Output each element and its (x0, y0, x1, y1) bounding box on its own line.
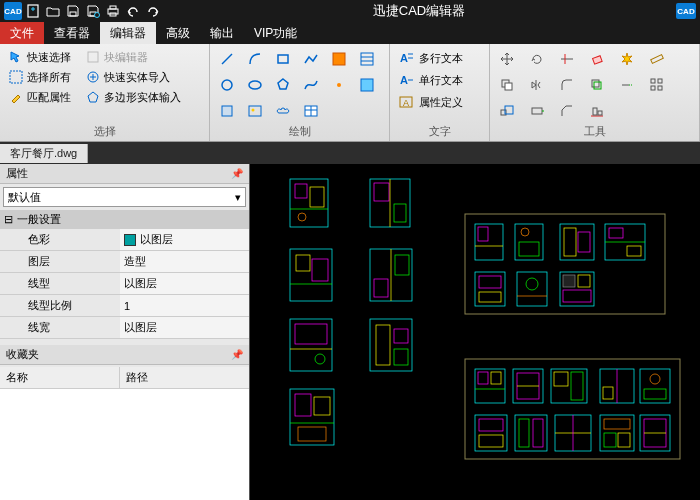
col-path[interactable]: 路径 (120, 367, 154, 388)
prop-row-ltscale[interactable]: 线型比例1 (0, 295, 249, 317)
rect-icon[interactable] (272, 48, 294, 70)
prop-row-color[interactable]: 色彩以图层 (0, 229, 249, 251)
mirror-icon[interactable] (526, 74, 548, 96)
prop-val: 造型 (120, 251, 249, 272)
svg-rect-43 (592, 80, 599, 87)
explode-icon[interactable] (616, 48, 638, 70)
svg-point-93 (521, 228, 529, 236)
tab-output[interactable]: 输出 (200, 22, 244, 44)
svg-rect-87 (465, 214, 665, 314)
region-icon[interactable] (356, 74, 378, 96)
svg-rect-39 (593, 56, 603, 64)
saveas-icon[interactable] (84, 2, 102, 20)
quick-entity-import-button[interactable]: 快速实体导入 (83, 68, 183, 86)
prop-row-layer[interactable]: 图层造型 (0, 251, 249, 273)
prop-key: 色彩 (0, 229, 120, 250)
table-icon[interactable] (300, 100, 322, 122)
copy-icon[interactable] (496, 74, 518, 96)
undo-icon[interactable] (124, 2, 142, 20)
svg-rect-79 (376, 325, 390, 365)
drawing-canvas[interactable] (250, 164, 700, 500)
hatch2-icon[interactable] (356, 48, 378, 70)
attdef-button[interactable]: A属性定义 (396, 92, 483, 112)
document-tab[interactable]: 客厅餐厅.dwg (0, 144, 88, 163)
array-icon[interactable] (646, 74, 668, 96)
tab-editor[interactable]: 编辑器 (100, 22, 156, 44)
cad-badge-icon[interactable]: CAD (676, 3, 696, 19)
block-icon[interactable] (216, 100, 238, 122)
prop-val: 以图层 (120, 317, 249, 338)
polygon-entity-input-button[interactable]: 多边形实体输入 (83, 88, 183, 106)
svg-rect-84 (314, 397, 330, 415)
prop-row-lineweight[interactable]: 线宽以图层 (0, 317, 249, 339)
properties-header: 属性 📌 (0, 164, 249, 184)
svg-rect-103 (479, 292, 501, 302)
label: 快速选择 (27, 50, 71, 65)
image-icon[interactable] (244, 100, 266, 122)
rotate-icon[interactable] (526, 48, 548, 70)
align-icon[interactable] (586, 100, 608, 122)
panel-title: 收藏夹 (6, 347, 39, 362)
svg-rect-10 (88, 52, 98, 62)
tab-advanced[interactable]: 高级 (156, 22, 200, 44)
svg-rect-114 (491, 372, 501, 384)
fillet-icon[interactable] (556, 74, 578, 96)
select-all-button[interactable]: 选择所有 (6, 68, 73, 86)
tab-file[interactable]: 文件 (0, 22, 44, 44)
label: 选择所有 (27, 70, 71, 85)
point-icon[interactable] (328, 74, 350, 96)
document-tabs: 客厅餐厅.dwg (0, 142, 700, 164)
col-name[interactable]: 名称 (0, 367, 120, 388)
offset-icon[interactable] (586, 74, 608, 96)
svg-rect-104 (517, 272, 547, 306)
prop-val: 以图层 (140, 232, 173, 247)
erase-icon[interactable] (586, 48, 608, 70)
move-icon[interactable] (496, 48, 518, 70)
cloud-icon[interactable] (272, 100, 294, 122)
workspace: 属性 📌 默认值 ▾ ⊟ 一般设置 色彩以图层 图层造型 线型以图层 线型比例1… (0, 164, 700, 500)
svg-rect-65 (394, 204, 406, 222)
circle-icon[interactable] (216, 74, 238, 96)
match-props-button[interactable]: 匹配属性 (6, 88, 73, 106)
tab-viewer[interactable]: 查看器 (44, 22, 100, 44)
svg-point-126 (650, 374, 660, 384)
pin-icon[interactable]: 📌 (231, 349, 243, 360)
svg-rect-108 (563, 275, 575, 287)
svg-rect-81 (394, 349, 408, 365)
redo-icon[interactable] (144, 2, 162, 20)
app-icon[interactable]: CAD (4, 2, 22, 20)
extend-icon[interactable] (616, 74, 638, 96)
svg-rect-140 (618, 433, 630, 447)
prop-row-linetype[interactable]: 线型以图层 (0, 273, 249, 295)
line-icon[interactable] (216, 48, 238, 70)
polygon-icon[interactable] (272, 74, 294, 96)
quick-select-button[interactable]: 快速选择 (6, 48, 73, 66)
pin-icon[interactable]: 📌 (231, 168, 243, 179)
spline-icon[interactable] (300, 74, 322, 96)
measure-icon[interactable] (646, 48, 668, 70)
svg-rect-95 (564, 228, 576, 256)
mtext-button[interactable]: A多行文本 (396, 48, 483, 68)
selection-combo[interactable]: 默认值 ▾ (3, 187, 246, 207)
new-icon[interactable] (24, 2, 42, 20)
text-button[interactable]: A单行文本 (396, 70, 483, 90)
ellipse-icon[interactable] (244, 74, 266, 96)
scale-icon[interactable] (496, 100, 518, 122)
label: 匹配属性 (27, 90, 71, 105)
print-icon[interactable] (104, 2, 122, 20)
label: 快速实体导入 (104, 70, 170, 85)
arc-icon[interactable] (244, 48, 266, 70)
trim-icon[interactable] (556, 48, 578, 70)
open-icon[interactable] (44, 2, 62, 20)
section-general[interactable]: ⊟ 一般设置 (0, 210, 249, 229)
save-icon[interactable] (64, 2, 82, 20)
svg-point-26 (252, 109, 255, 112)
svg-rect-9 (10, 71, 22, 83)
hatch1-icon[interactable] (328, 48, 350, 70)
polyline-icon[interactable] (300, 48, 322, 70)
stretch-icon[interactable] (526, 100, 548, 122)
tab-vip[interactable]: VIP功能 (244, 22, 307, 44)
svg-rect-130 (479, 435, 503, 447)
svg-rect-124 (603, 387, 613, 399)
chamfer-icon[interactable] (556, 100, 578, 122)
